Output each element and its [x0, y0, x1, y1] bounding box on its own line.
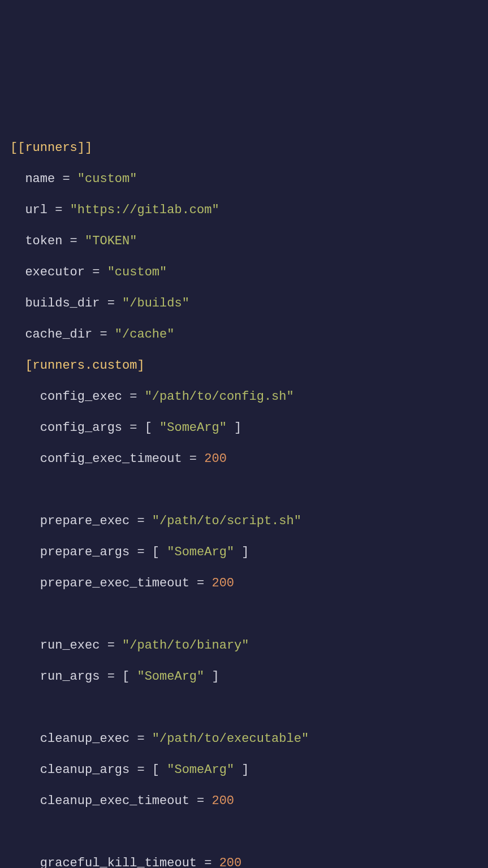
bracket-close: ] — [227, 421, 241, 435]
val-cleanup-exec: "/path/to/executable" — [152, 732, 309, 746]
key-builds-dir: builds_dir — [25, 296, 100, 310]
key-graceful-kill-timeout: graceful_kill_timeout — [40, 856, 197, 868]
bracket-open: [ — [152, 763, 167, 777]
key-config-args: config_args — [40, 421, 122, 435]
equals: = — [129, 514, 152, 528]
key-token: token — [25, 234, 62, 248]
key-config-exec: config_exec — [40, 390, 122, 404]
equals: = — [189, 794, 212, 808]
key-cleanup-args: cleanup_args — [40, 763, 129, 777]
equals: = — [129, 545, 152, 559]
equals: = — [189, 576, 212, 590]
val-prepare-exec: "/path/to/script.sh" — [152, 514, 301, 528]
val-config-exec-timeout: 200 — [204, 452, 227, 466]
equals: = — [129, 732, 152, 746]
equals: = — [62, 234, 85, 248]
val-prepare-args: "SomeArg" — [167, 545, 234, 559]
equals: = — [122, 390, 145, 404]
key-prepare-args: prepare_args — [40, 545, 129, 559]
val-builds-dir: "/builds" — [122, 296, 189, 310]
val-executor: "custom" — [107, 265, 167, 279]
val-config-exec: "/path/to/config.sh" — [145, 390, 294, 404]
equals: = — [100, 638, 122, 653]
bracket-close: ] — [234, 545, 249, 559]
key-run-args: run_args — [40, 670, 100, 684]
val-cleanup-args: "SomeArg" — [167, 763, 234, 777]
val-run-args: "SomeArg" — [137, 670, 204, 684]
key-cleanup-exec-timeout: cleanup_exec_timeout — [40, 794, 189, 808]
val-name: "custom" — [77, 172, 137, 186]
equals: = — [182, 452, 205, 466]
val-token: "TOKEN" — [85, 234, 137, 248]
bracket-open: [ — [145, 421, 159, 435]
equals: = — [122, 421, 145, 435]
val-cache-dir: "/cache" — [115, 327, 175, 342]
val-config-args: "SomeArg" — [159, 421, 227, 435]
equals: = — [85, 265, 107, 279]
val-prepare-exec-timeout: 200 — [211, 576, 234, 590]
equals: = — [129, 763, 152, 777]
key-config-exec-timeout: config_exec_timeout — [40, 452, 182, 466]
key-run-exec: run_exec — [40, 638, 100, 653]
val-run-exec: "/path/to/binary" — [122, 638, 249, 653]
bracket-close: ] — [204, 670, 219, 684]
equals: = — [100, 670, 122, 684]
key-name: name — [25, 172, 55, 186]
key-cleanup-exec: cleanup_exec — [40, 732, 129, 746]
val-graceful-kill-timeout: 200 — [219, 856, 242, 868]
key-prepare-exec: prepare_exec — [40, 514, 129, 528]
key-url: url — [25, 203, 47, 217]
section-custom: [runners.custom] — [25, 359, 144, 373]
val-cleanup-exec-timeout: 200 — [211, 794, 234, 808]
key-executor: executor — [25, 265, 85, 279]
code-block: [[runners]] name = "custom" url = "https… — [10, 132, 478, 868]
bracket-close: ] — [234, 763, 249, 777]
key-prepare-exec-timeout: prepare_exec_timeout — [40, 576, 189, 590]
section-header: [[runners]] — [10, 141, 92, 155]
val-url: "https://gitlab.com" — [70, 203, 219, 217]
equals: = — [47, 203, 70, 217]
bracket-open: [ — [122, 670, 137, 684]
key-cache-dir: cache_dir — [25, 327, 92, 342]
equals: = — [197, 856, 219, 868]
equals: = — [55, 172, 77, 186]
equals: = — [92, 327, 115, 342]
bracket-open: [ — [152, 545, 167, 559]
equals: = — [100, 296, 122, 310]
